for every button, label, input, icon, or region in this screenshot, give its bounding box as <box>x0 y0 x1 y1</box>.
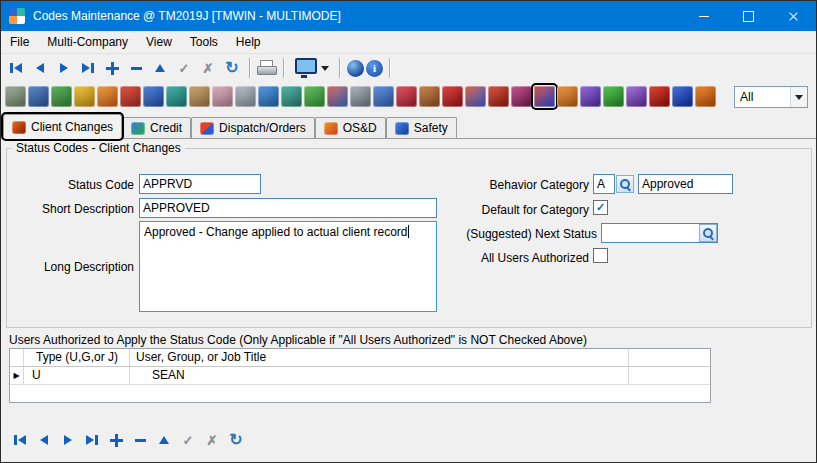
menu-tools[interactable]: Tools <box>181 32 227 52</box>
close-button[interactable] <box>771 1 816 31</box>
ball-icon[interactable] <box>695 86 716 107</box>
cell-user: SEAN <box>130 367 629 384</box>
grid-post-button[interactable]: ✓ <box>177 429 199 451</box>
package-icon[interactable] <box>419 86 440 107</box>
shield-orange-icon[interactable] <box>97 86 118 107</box>
screen-select-button[interactable] <box>291 56 333 80</box>
chevron-down-icon <box>321 66 329 71</box>
exchange-icon[interactable] <box>511 86 532 107</box>
prior-record-button[interactable] <box>29 57 51 79</box>
print-button[interactable] <box>257 60 277 76</box>
cloud-icon[interactable] <box>212 86 233 107</box>
grid-next-button[interactable] <box>57 429 79 451</box>
grid-edit-button[interactable] <box>153 429 175 451</box>
next-record-button[interactable] <box>53 57 75 79</box>
dropdown-button[interactable] <box>790 87 807 107</box>
web-button[interactable] <box>347 60 364 77</box>
client-codes-icon[interactable] <box>534 86 555 107</box>
tab-dispatch-orders[interactable]: Dispatch/Orders <box>191 117 315 138</box>
toolbar-separator <box>339 58 341 78</box>
minimize-button[interactable] <box>681 1 726 31</box>
first-record-button[interactable] <box>5 57 27 79</box>
handshake-icon <box>12 121 26 134</box>
refresh-icon: ↻ <box>229 432 242 448</box>
ledger-icon[interactable] <box>28 86 49 107</box>
tab-client-changes[interactable]: Client Changes <box>3 114 122 139</box>
status-code-input[interactable] <box>139 174 261 194</box>
grid-insert-button[interactable] <box>105 429 127 451</box>
driver-icon[interactable] <box>189 86 210 107</box>
percent-icon[interactable] <box>5 86 26 107</box>
transfer-icon[interactable] <box>488 86 509 107</box>
next-status-lookup-button[interactable] <box>699 224 717 242</box>
filter-dropdown[interactable]: All <box>734 86 808 108</box>
status-code-label: Status Code <box>14 177 134 193</box>
lookup-icon <box>620 179 631 190</box>
edit-record-button[interactable] <box>149 57 171 79</box>
about-button[interactable]: i <box>366 60 383 77</box>
table-row[interactable]: ▶USEAN <box>10 367 710 385</box>
flag-red-icon[interactable] <box>120 86 141 107</box>
text-caret <box>408 225 409 238</box>
tab-osd[interactable]: OS&D <box>315 117 386 138</box>
delete-record-button[interactable] <box>125 57 147 79</box>
key-icon[interactable] <box>626 86 647 107</box>
last-record-button[interactable] <box>77 57 99 79</box>
propeller-icon[interactable] <box>672 86 693 107</box>
phone-icon[interactable] <box>258 86 279 107</box>
cancel-icon: ✗ <box>207 434 218 447</box>
insert-record-button[interactable] <box>101 57 123 79</box>
menu-file[interactable]: File <box>1 32 38 52</box>
osd-icon <box>324 122 338 135</box>
car-icon[interactable] <box>649 86 670 107</box>
codes-toolbar: All <box>1 81 816 113</box>
grid-refresh-button[interactable]: ↻ <box>225 429 247 451</box>
grid-cancel-button[interactable]: ✗ <box>201 429 223 451</box>
grid-delete-button[interactable] <box>129 429 151 451</box>
monitor-icon <box>295 58 317 74</box>
flag-blue-icon[interactable] <box>143 86 164 107</box>
post-button[interactable]: ✓ <box>173 57 195 79</box>
refresh-button[interactable]: ↻ <box>221 57 243 79</box>
grid-first-button[interactable] <box>9 429 31 451</box>
clipboard-icon[interactable] <box>281 86 302 107</box>
menu-help[interactable]: Help <box>227 32 270 52</box>
team-icon[interactable] <box>465 86 486 107</box>
shield-yellow-icon[interactable] <box>74 86 95 107</box>
behavior-category-label: Behavior Category <box>469 177 589 193</box>
cancel-edit-button[interactable]: ✗ <box>197 57 219 79</box>
refresh-icon: ↻ <box>225 60 238 76</box>
wrench-icon[interactable] <box>580 86 601 107</box>
default-for-category-checkbox[interactable]: ✓ <box>593 200 608 215</box>
users-section-title: Users Authorized to Apply the Status Cod… <box>9 333 587 347</box>
tab-safety[interactable]: Safety <box>386 117 457 138</box>
money-icon[interactable] <box>304 86 325 107</box>
behavior-category-name-input[interactable] <box>638 174 733 194</box>
badge-icon[interactable] <box>442 86 463 107</box>
maximize-button[interactable] <box>726 1 771 31</box>
tab-credit[interactable]: Credit <box>122 117 191 138</box>
terminal-icon[interactable] <box>350 86 371 107</box>
short-description-input[interactable] <box>139 198 437 218</box>
behavior-category-lookup-button[interactable] <box>616 175 634 193</box>
users-table-body: ▶USEAN <box>10 367 710 385</box>
milestone-icon[interactable] <box>396 86 417 107</box>
window-title: Codes Maintenance @ TM2019J [TMWIN - MUL… <box>33 9 681 23</box>
table-header-row: Type (U,G,or J) User, Group, or Job Titl… <box>10 349 710 367</box>
dispatch-icon <box>200 122 214 135</box>
grid-last-button[interactable] <box>81 429 103 451</box>
grid-prior-button[interactable] <box>33 429 55 451</box>
menu-view[interactable]: View <box>137 32 181 52</box>
long-description-textarea[interactable]: Approved - Change applied to actual clie… <box>139 221 437 312</box>
behavior-category-code-input[interactable] <box>593 174 615 194</box>
bus-icon[interactable] <box>327 86 348 107</box>
truck-icon[interactable] <box>166 86 187 107</box>
chart-icon[interactable] <box>51 86 72 107</box>
graph-icon[interactable] <box>373 86 394 107</box>
storage-icon[interactable] <box>235 86 256 107</box>
forward-icon[interactable] <box>557 86 578 107</box>
all-users-authorized-checkbox[interactable] <box>593 248 608 263</box>
approve-icon[interactable] <box>603 86 624 107</box>
app-window: Codes Maintenance @ TM2019J [TMWIN - MUL… <box>0 0 817 463</box>
menu-multi-company[interactable]: Multi-Company <box>38 32 137 52</box>
